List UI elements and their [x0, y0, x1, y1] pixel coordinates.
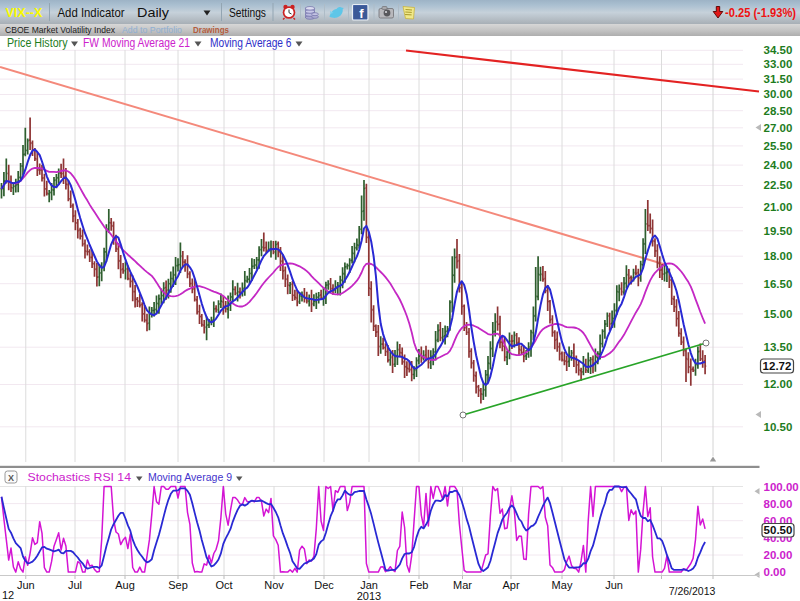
svg-text:0.00: 0.00 — [764, 566, 786, 578]
svg-text:Price History: Price History — [7, 36, 68, 50]
svg-text:Jun: Jun — [17, 579, 35, 591]
svg-text:Oct: Oct — [215, 579, 232, 591]
svg-text:34.50: 34.50 — [764, 44, 793, 56]
svg-text:FW Moving Average 21: FW Moving Average 21 — [83, 36, 190, 50]
svg-text:12.00: 12.00 — [764, 378, 793, 390]
svg-text:Nov: Nov — [264, 579, 284, 591]
svg-text:20.00: 20.00 — [764, 549, 793, 561]
svg-text:May: May — [552, 579, 573, 591]
svg-text:Sep: Sep — [168, 579, 188, 591]
svg-text:10.50: 10.50 — [764, 421, 793, 433]
svg-text:Jan: Jan — [360, 579, 378, 591]
svg-text:Moving Average 9: Moving Average 9 — [148, 471, 232, 483]
svg-text:Jul: Jul — [68, 579, 82, 591]
svg-text:CBOE Market Volatility Index: CBOE Market Volatility Index — [5, 24, 115, 35]
svg-text:19.50: 19.50 — [764, 225, 793, 237]
svg-text:28.50: 28.50 — [764, 105, 793, 117]
svg-text:Add Indicator: Add Indicator — [58, 5, 126, 20]
svg-text:24.00: 24.00 — [764, 159, 793, 171]
svg-text:Drawings: Drawings — [193, 24, 229, 35]
svg-text:50.50: 50.50 — [764, 524, 793, 536]
svg-text:Aug: Aug — [115, 579, 135, 591]
svg-text:Dec: Dec — [314, 579, 334, 591]
svg-text:Add to Portfolio: Add to Portfolio — [122, 24, 182, 35]
svg-text:100.00: 100.00 — [764, 481, 799, 493]
svg-text:33.00: 33.00 — [764, 58, 793, 70]
svg-text:Moving Average 6: Moving Average 6 — [210, 36, 292, 50]
svg-text:31.50: 31.50 — [764, 73, 793, 85]
svg-text:15.00: 15.00 — [764, 308, 793, 320]
svg-text:80.00: 80.00 — [764, 498, 793, 510]
svg-text:Stochastics RSI 14: Stochastics RSI 14 — [28, 471, 132, 483]
svg-text:30.00: 30.00 — [764, 88, 793, 100]
svg-text:2013: 2013 — [357, 590, 381, 601]
svg-text:Settings: Settings — [229, 5, 266, 20]
svg-text:21.00: 21.00 — [764, 201, 793, 213]
svg-text:-0.25 (-1.93%): -0.25 (-1.93%) — [725, 6, 796, 20]
svg-text:18.00: 18.00 — [764, 250, 793, 262]
svg-text:16.50: 16.50 — [764, 278, 793, 290]
svg-text:27.00: 27.00 — [764, 122, 793, 134]
svg-text:22.50: 22.50 — [764, 179, 793, 191]
svg-text:Feb: Feb — [410, 579, 429, 591]
svg-text:Apr: Apr — [502, 579, 519, 591]
svg-text:12: 12 — [2, 589, 14, 601]
svg-text:Jun: Jun — [605, 579, 623, 591]
svg-text:Daily: Daily — [137, 5, 170, 20]
svg-text:X: X — [8, 473, 14, 483]
svg-text:Mar: Mar — [453, 579, 472, 591]
svg-text:VIX--X: VIX--X — [6, 6, 43, 20]
svg-text:f: f — [359, 6, 364, 21]
svg-text:25.50: 25.50 — [764, 140, 793, 152]
svg-text:12.72: 12.72 — [763, 360, 792, 372]
svg-text:7/26/2013: 7/26/2013 — [669, 585, 716, 597]
svg-text:13.50: 13.50 — [764, 341, 793, 353]
